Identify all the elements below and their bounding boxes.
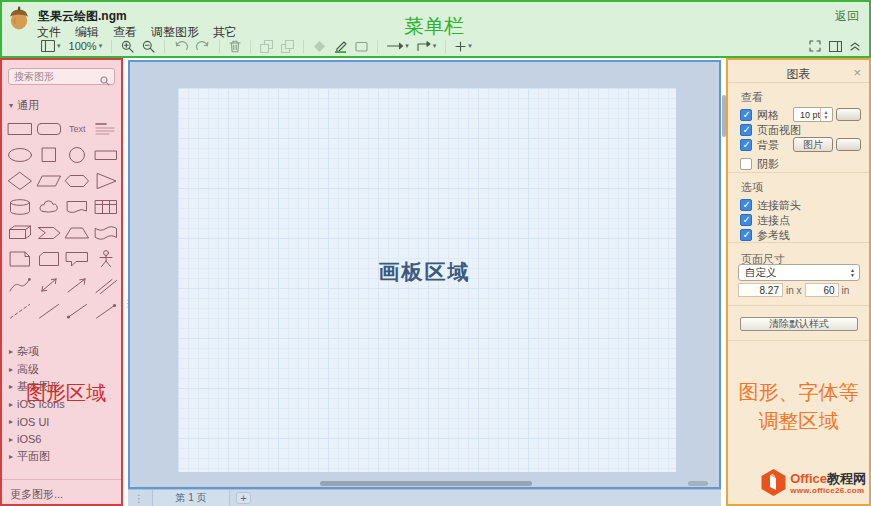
shape-ellipse[interactable] [6, 144, 35, 166]
canvas-region: ⋮ 画板区域 ⋮ 第 1 页 + [123, 58, 726, 506]
page-height-input[interactable] [805, 283, 839, 297]
connector-style-icon[interactable]: ▾ [417, 35, 437, 57]
divider [2, 479, 121, 480]
zoom-level[interactable]: 100%▾ [69, 35, 103, 57]
canvas-viewport[interactable]: 画板区域 [128, 60, 721, 489]
toggle-panel-icon[interactable] [829, 35, 842, 57]
shape-line-dot-start[interactable] [63, 300, 92, 322]
shape-style-icon[interactable] [355, 35, 368, 57]
shape-tape[interactable] [92, 222, 121, 244]
shape-step[interactable] [35, 222, 64, 244]
page-tabs-bar: ⋮ 第 1 页 + [128, 489, 721, 506]
shape-rounded-rectangle[interactable] [35, 118, 64, 140]
shape-parallelogram[interactable] [35, 170, 64, 192]
option-checkbox[interactable] [740, 229, 752, 241]
shape-textblock[interactable] [92, 118, 121, 140]
shape-trapezoid[interactable] [63, 222, 92, 244]
shape-curve[interactable] [6, 274, 35, 296]
fill-color-icon[interactable] [313, 35, 326, 57]
option-row: 连接点 [740, 213, 859, 227]
format-panel: 图表 × 查看 网格 ▲▼ 页面视图 背景 图片 阴影 选项 连接箭头连接点参考… [726, 58, 871, 506]
page-width-input[interactable] [738, 283, 783, 297]
page-tab[interactable]: 第 1 页 [152, 490, 230, 506]
search-input[interactable] [14, 70, 100, 83]
bring-to-front-icon[interactable] [260, 35, 273, 57]
sidebar-section[interactable]: ▸平面图 [2, 448, 121, 466]
shape-cylinder[interactable] [6, 196, 35, 218]
background-checkbox[interactable] [740, 139, 752, 151]
shape-text[interactable]: Text [63, 118, 92, 140]
shadow-checkbox[interactable] [740, 158, 752, 170]
zoom-in-icon[interactable] [121, 35, 134, 57]
background-row: 背景 图片 [740, 138, 859, 152]
shape-line-dot-end[interactable] [92, 300, 121, 322]
page-view-checkbox[interactable] [740, 124, 752, 136]
divider [728, 82, 869, 83]
shape-line[interactable] [35, 300, 64, 322]
grid-checkbox[interactable] [740, 109, 752, 121]
shape-note[interactable] [6, 248, 35, 270]
sidebar-section[interactable]: ▸iOS6 [2, 431, 121, 449]
clear-default-style-button[interactable]: 清除默认样式 [740, 317, 858, 331]
background-image-button[interactable]: 图片 [793, 137, 833, 152]
line-color-icon[interactable] [334, 35, 347, 57]
fullscreen-icon[interactable] [809, 35, 821, 57]
delete-icon[interactable] [229, 35, 241, 57]
shape-callout[interactable] [63, 248, 92, 270]
undo-icon[interactable] [174, 35, 188, 57]
pages-menu-icon[interactable]: ⋮ [134, 493, 144, 504]
shape-rectangle[interactable] [6, 118, 35, 140]
shape-document[interactable] [63, 196, 92, 218]
sidebar-section[interactable]: ▸高级 [2, 361, 121, 379]
sidebar-group-general[interactable]: ▾ 通用 [9, 98, 39, 113]
panel-header: 图表 × [728, 66, 869, 83]
shape-triangle[interactable] [92, 170, 121, 192]
collapse-toolbar-icon[interactable] [850, 35, 860, 57]
send-to-back-icon[interactable] [281, 35, 294, 57]
shape-actor[interactable] [92, 248, 121, 270]
shape-arrow[interactable] [63, 274, 92, 296]
shape-dashed-line[interactable] [6, 300, 35, 322]
horizontal-scrollbar[interactable] [320, 481, 532, 486]
more-shapes-link[interactable]: 更多图形... [10, 487, 63, 502]
sidebar-section[interactable]: ▸iOS UI [2, 413, 121, 431]
search-icon [100, 72, 110, 90]
arrow-style-icon[interactable]: ▾ [387, 35, 409, 57]
shape-diamond[interactable] [6, 170, 35, 192]
shape-search-box [8, 68, 115, 85]
divider [728, 172, 869, 173]
close-icon[interactable]: × [853, 65, 861, 80]
shape-card[interactable] [35, 248, 64, 270]
shape-link[interactable] [92, 274, 121, 296]
shape-circle[interactable] [63, 144, 92, 166]
shape-table[interactable] [92, 196, 121, 218]
page-view-row: 页面视图 [740, 123, 859, 137]
option-checkbox[interactable] [740, 199, 752, 211]
sidebar-section[interactable]: ▸杂项 [2, 343, 121, 361]
page-setup-icon[interactable]: ▾ [41, 35, 61, 57]
divider [728, 305, 869, 306]
chevron-right-icon: ▸ [9, 417, 13, 426]
add-page-button[interactable]: + [236, 492, 251, 504]
shape-hexagon[interactable] [63, 170, 92, 192]
grid-size-stepper[interactable]: ▲▼ [793, 107, 833, 122]
zoom-out-icon[interactable] [142, 35, 155, 57]
shape-cloud[interactable] [35, 196, 64, 218]
grid-size-input[interactable] [794, 108, 820, 121]
divider [728, 340, 869, 341]
redo-icon[interactable] [196, 35, 210, 57]
back-button[interactable]: 返回 [835, 8, 859, 25]
option-checkbox[interactable] [740, 214, 752, 226]
shape-cube[interactable] [6, 222, 35, 244]
background-color-swatch[interactable] [836, 138, 861, 151]
insert-icon[interactable]: ▾ [455, 35, 472, 57]
shape-bidirectional-arrow[interactable] [35, 274, 64, 296]
stepper-arrows-icon[interactable]: ▲▼ [820, 108, 831, 121]
option-row: 参考线 [740, 228, 859, 242]
shape-square[interactable] [35, 144, 64, 166]
page-size-select[interactable]: 自定义 ▲▼ [738, 264, 860, 281]
horizontal-scrollbar-end[interactable] [688, 481, 708, 486]
shape-process[interactable] [92, 144, 121, 166]
grid-color-swatch[interactable] [836, 108, 861, 121]
office-logo-icon [760, 468, 787, 499]
